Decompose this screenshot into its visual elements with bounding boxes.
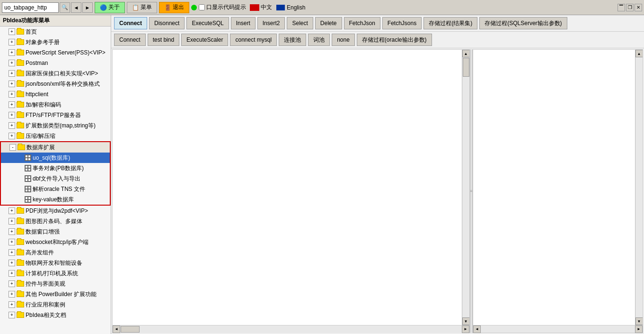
exit-button[interactable]: 🚪 退出 (159, 2, 189, 13)
sidebar-item-controls[interactable]: + 控件与界面美观 (0, 279, 111, 289)
show-code-hint-checkbox[interactable] (199, 4, 205, 10)
disconnect-button[interactable]: Disonnect (149, 17, 185, 29)
sidebar-item-datatype[interactable]: + 扩展数据类型(map,string等) (0, 120, 111, 131)
toggle-icon[interactable]: + (9, 312, 15, 318)
toggle-icon[interactable]: - (9, 144, 16, 151)
sidebar-item-postman[interactable]: + Postman (0, 58, 111, 68)
search-input[interactable] (2, 2, 59, 13)
forward-button[interactable]: ► (82, 2, 93, 13)
sidebar-item-json[interactable]: + json/bson/xml等各种交换格式 (0, 79, 111, 89)
testbind-button[interactable]: test bind (148, 34, 179, 46)
sidebar-item-concurrent[interactable]: + 高并发组件 (0, 247, 111, 258)
sidebar-item-ref[interactable]: + 对象参考手册 (0, 37, 111, 47)
scroll-left-button[interactable]: ◄ (113, 325, 120, 333)
menu-icon: 📋 (132, 4, 139, 11)
sidebar-item-iot[interactable]: + 物联网开发和智能设备 (0, 258, 111, 268)
scroll-left-button[interactable]: ◄ (473, 325, 481, 333)
toggle-icon[interactable]: + (9, 291, 15, 298)
none-button[interactable]: none (332, 34, 355, 46)
scroll-right-button[interactable]: ► (635, 325, 643, 333)
code-editor[interactable] (113, 50, 462, 325)
lang-en-button[interactable]: English (276, 4, 305, 11)
store-sqlserver-button[interactable]: 存储过程(SQLServer输出参数) (479, 17, 567, 29)
sidebar-item-datawindow[interactable]: + 数据窗口增强 (0, 226, 111, 237)
h-scroll-thumb[interactable] (121, 326, 140, 333)
toggle-icon[interactable]: + (9, 301, 15, 308)
toggle-icon[interactable]: + (9, 49, 15, 56)
sidebar-item-pdf[interactable]: + PDF浏览与dw2pdf<VIP> (0, 206, 111, 216)
minimize-button[interactable]: ▔ (618, 4, 625, 11)
sidebar-item-encode[interactable]: + 加/解密和编码 (0, 99, 111, 110)
scroll-up-button[interactable]: ▲ (635, 50, 643, 57)
sidebar-item-httpclient[interactable]: + httpclient (0, 89, 111, 99)
folder-icon (17, 229, 24, 235)
menu-button[interactable]: 📋 菜单 (127, 2, 157, 13)
executescaler-button[interactable]: ExecuteScaler (181, 34, 228, 46)
fetchjson-button[interactable]: FetchJson (344, 17, 380, 29)
sidebar-item-ftp[interactable]: + FTP/sFTP/FTP服务器 (0, 110, 111, 120)
sidebar-item-home[interactable]: + 首页 (0, 27, 111, 37)
sidebar-item-insurance[interactable]: + 国家医保接口相关实现<VIP> (0, 68, 111, 79)
restore-button[interactable]: ❐ (626, 4, 634, 11)
insert2-button[interactable]: Insert2 (257, 17, 285, 29)
insert-button[interactable]: Insert (231, 17, 256, 29)
toggle-icon[interactable]: + (9, 81, 15, 87)
search-area: 🔍 ◄ ► (2, 2, 93, 13)
toggle-icon[interactable]: + (9, 239, 15, 245)
store-oracle-button[interactable]: 存储过程(oracle输出参数) (357, 34, 432, 46)
sidebar-item-image[interactable]: + 图形图片条码、多媒体 (0, 216, 111, 226)
toggle-icon[interactable]: + (9, 270, 15, 277)
toggle-icon[interactable]: + (9, 228, 15, 235)
result-content (473, 50, 635, 325)
scroll-right-button[interactable]: ► (462, 325, 469, 333)
sidebar-item-docs[interactable]: + PbIdea相关文档 (0, 310, 111, 320)
scroll-down-button[interactable]: ▼ (462, 317, 470, 325)
toggle-icon[interactable]: + (9, 280, 15, 287)
fetchjsons-button[interactable]: FetchJsons (382, 17, 422, 29)
folder-icon (17, 91, 24, 97)
toggle-icon[interactable]: + (9, 208, 15, 214)
toggle-icon[interactable]: + (9, 39, 15, 45)
sidebar-item-uo-sql[interactable]: uo_sql(数据库) (1, 153, 110, 163)
close-button[interactable]: ✕ (635, 4, 642, 11)
about-button[interactable]: 🔵 关于 (95, 2, 125, 13)
cipool-button[interactable]: 词池 (308, 34, 330, 46)
toggle-icon[interactable]: + (9, 133, 15, 139)
scroll-up-button[interactable]: ▲ (462, 50, 470, 57)
sidebar-item-oracle-tns[interactable]: 解析oracle TNS 文件 (1, 184, 110, 194)
back-button[interactable]: ◄ (71, 2, 81, 13)
delete-button[interactable]: Delete (315, 17, 342, 29)
connect2-button[interactable]: Connect (114, 34, 146, 46)
sidebar-item-websocket[interactable]: + websocket和tcp/ip客户端 (0, 237, 111, 247)
folder-icon (17, 133, 24, 139)
sidebar-item-dbf[interactable]: dbf文件导入与导出 (1, 173, 110, 184)
toggle-icon[interactable]: + (9, 101, 15, 108)
sidebar-item-computer[interactable]: + 计算机/打印机及系统 (0, 268, 111, 279)
sidebar-item-other[interactable]: + 其他 PowerBuilder 扩展功能 (0, 289, 111, 299)
toggle-icon[interactable]: + (9, 260, 15, 266)
sidebar-item-transaction[interactable]: 事务对象(PB数据库) (1, 163, 110, 173)
toggle-icon[interactable]: + (9, 249, 15, 256)
connpool-button[interactable]: 连接池 (279, 34, 306, 46)
select-button[interactable]: Select (287, 17, 313, 29)
toggle-icon[interactable]: + (9, 70, 15, 77)
sidebar-item-keyvalue[interactable]: key-value数据库 (1, 194, 110, 205)
scroll-thumb[interactable] (463, 58, 469, 77)
toggle-icon[interactable]: + (9, 28, 15, 35)
store-result-button[interactable]: 存储过程(结果集) (423, 17, 477, 29)
sidebar-item-cases[interactable]: + 行业应用和案例 (0, 299, 111, 310)
toggle-icon[interactable]: + (9, 122, 15, 129)
scroll-down-button[interactable]: ▼ (635, 317, 643, 325)
toggle-icon[interactable]: + (9, 91, 15, 98)
search-button[interactable]: 🔍 (60, 2, 70, 13)
sidebar-item-compress[interactable]: + 压缩/解压缩 (0, 131, 111, 141)
sidebar-item-database[interactable]: - 数据库扩展 (1, 142, 110, 153)
lang-cn-button[interactable]: 中文 (250, 3, 272, 11)
toggle-icon[interactable]: + (9, 218, 15, 225)
sidebar-item-pss[interactable]: + PowerScript Server(PSS)<VIP> (0, 47, 111, 58)
connect-button[interactable]: Connect (114, 17, 147, 29)
toggle-icon[interactable]: + (9, 60, 15, 66)
toggle-icon[interactable]: + (9, 112, 15, 118)
executesql-button[interactable]: ExecuteSQL (186, 17, 229, 29)
connectmysql-button[interactable]: connect mysql (230, 34, 277, 46)
